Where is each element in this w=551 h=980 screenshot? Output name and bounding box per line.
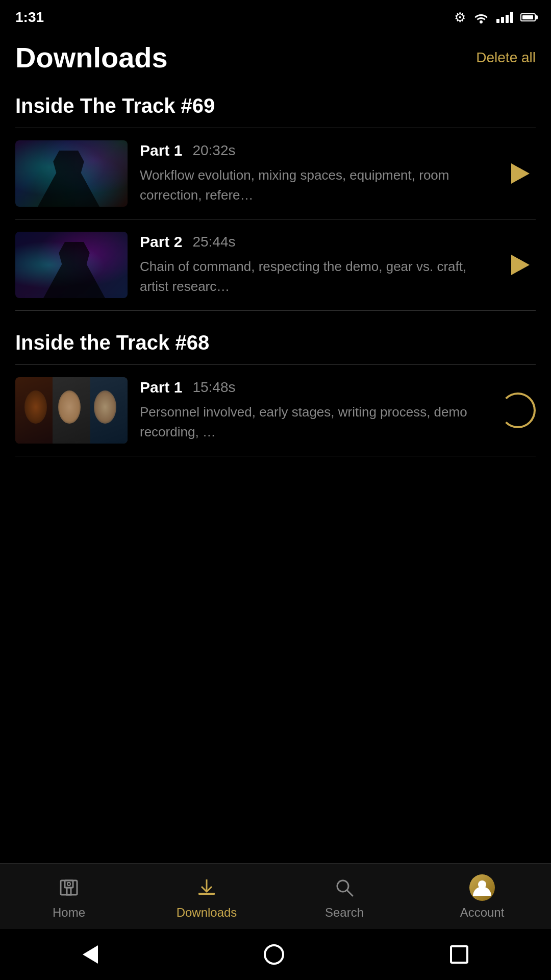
download-progress-ring xyxy=(500,393,536,428)
episode-item-68-1[interactable]: Part 1 15:48s Personnel involved, early … xyxy=(0,365,551,456)
search-icon xyxy=(332,875,357,900)
nav-label-home: Home xyxy=(53,905,85,920)
signal-icon xyxy=(496,12,513,23)
main-content: Downloads Delete all Inside The Track #6… xyxy=(0,31,551,599)
account-icon xyxy=(469,875,495,900)
episode-part-label: Part 1 xyxy=(140,379,182,396)
svg-rect-5 xyxy=(198,893,215,895)
svg-line-8 xyxy=(347,890,353,896)
nav-item-search[interactable]: Search xyxy=(314,875,375,920)
play-icon xyxy=(511,255,530,275)
section-track69: Inside The Track #69 Part 1 20:32s Workf… xyxy=(0,89,551,311)
downloads-icon xyxy=(194,875,219,900)
gear-icon: ⚙ xyxy=(454,10,466,26)
status-bar: 1:31 ⚙ xyxy=(0,0,551,31)
svg-marker-1 xyxy=(67,888,71,895)
episode-item-69-2[interactable]: Part 2 25:44s Chain of command, respecti… xyxy=(0,219,551,310)
episode-title-row: Part 1 20:32s xyxy=(140,142,493,159)
episode-description: Workflow evolution, mixing spaces, equip… xyxy=(140,165,493,205)
section-track68: Inside the Track #68 Part 1 15:48s Perso… xyxy=(0,326,551,456)
recent-apps-button[interactable] xyxy=(450,945,468,964)
episode-title-row: Part 2 25:44s xyxy=(140,233,493,251)
nav-item-downloads[interactable]: Downloads xyxy=(176,875,237,920)
section-title-track68: Inside the Track #68 xyxy=(0,326,551,364)
episode-description: Personnel involved, early stages, writin… xyxy=(140,402,488,442)
bottom-nav: Home Downloads Search xyxy=(0,863,551,929)
play-icon xyxy=(511,163,530,184)
episode-thumbnail-68-1 xyxy=(15,377,128,444)
home-icon xyxy=(56,875,82,900)
nav-item-account[interactable]: Account xyxy=(452,875,513,920)
page-title: Downloads xyxy=(15,41,168,74)
episode-duration: 15:48s xyxy=(192,379,235,396)
play-button-69-2[interactable] xyxy=(505,250,536,280)
svg-rect-2 xyxy=(65,880,73,888)
episode-part-label: Part 2 xyxy=(140,233,182,251)
nav-item-home[interactable]: Home xyxy=(38,875,99,920)
episode-thumbnail-69-1 xyxy=(15,140,128,207)
delete-all-button[interactable]: Delete all xyxy=(476,50,536,66)
account-avatar xyxy=(469,874,495,901)
status-icons: ⚙ xyxy=(454,10,536,26)
episode-item-69-1[interactable]: Part 1 20:32s Workflow evolution, mixing… xyxy=(0,128,551,219)
divider xyxy=(15,456,536,456)
episode-info-68-1: Part 1 15:48s Personnel involved, early … xyxy=(140,379,488,442)
episode-duration: 25:44s xyxy=(192,234,235,250)
episode-part-label: Part 1 xyxy=(140,142,182,159)
episode-info-69-2: Part 2 25:44s Chain of command, respecti… xyxy=(140,233,493,297)
battery-icon xyxy=(520,13,536,21)
page-header: Downloads Delete all xyxy=(0,31,551,89)
back-button[interactable] xyxy=(83,945,98,964)
wifi-icon xyxy=(473,11,489,23)
episode-title-row: Part 1 15:48s xyxy=(140,379,488,396)
episode-info-69-1: Part 1 20:32s Workflow evolution, mixing… xyxy=(140,142,493,205)
episode-duration: 20:32s xyxy=(192,142,235,159)
episode-thumbnail-69-2 xyxy=(15,232,128,298)
home-button[interactable] xyxy=(264,944,284,965)
divider xyxy=(15,310,536,311)
status-time: 1:31 xyxy=(15,9,44,26)
system-nav-bar xyxy=(0,929,551,980)
nav-label-account: Account xyxy=(460,905,505,920)
nav-label-search: Search xyxy=(325,905,364,920)
section-title-track69: Inside The Track #69 xyxy=(0,89,551,128)
play-button-69-1[interactable] xyxy=(505,158,536,189)
episode-description: Chain of command, respecting the demo, g… xyxy=(140,257,493,297)
nav-label-downloads: Downloads xyxy=(177,905,237,920)
